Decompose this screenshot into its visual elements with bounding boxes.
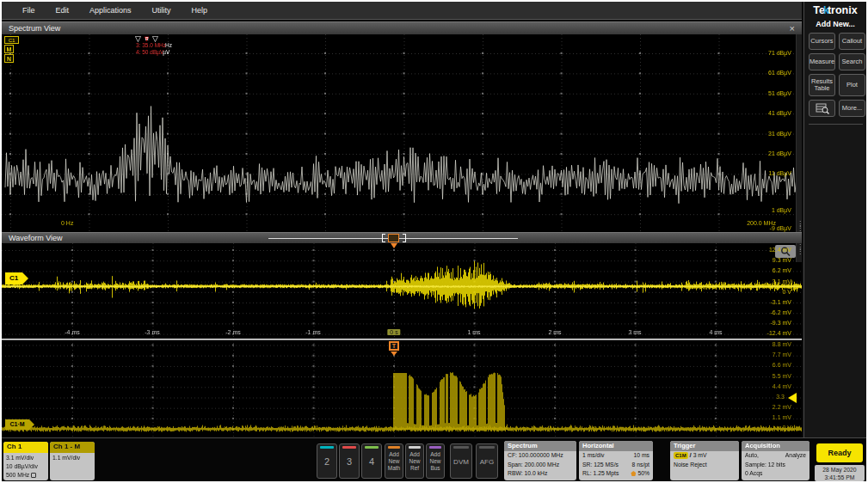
ch1-spectrum-scale: 10 dBµV/div <box>6 462 48 471</box>
ch1-bandwidth: 500 MHz <box>6 471 48 480</box>
trigger-position-marker[interactable]: T <box>389 341 399 351</box>
waveform-canvas[interactable] <box>2 243 802 437</box>
wave-y-label: 3.1 mV <box>773 278 791 284</box>
add-new-math-button[interactable]: Add New Math <box>385 443 403 479</box>
ready-status-badge: Ready <box>816 443 863 462</box>
expansion-point-marker[interactable] <box>388 234 399 242</box>
record-length: RL: 1.25 Mpts <box>582 469 619 479</box>
table-zoom-icon <box>816 103 829 114</box>
spectrum-y-label: 51 dBµV <box>768 90 791 96</box>
c1-channel-badge[interactable]: C1 <box>5 272 22 284</box>
time-label: -4 ms <box>65 329 80 335</box>
trigger-level: 3 mV <box>693 452 707 458</box>
ch1-math-badge[interactable]: Ch 1 - M 1.1 mV/div <box>50 442 95 480</box>
trace-badge-normal[interactable]: N <box>4 54 14 63</box>
waveform-view-title: Waveform View <box>9 234 63 242</box>
zoom-bracket-right[interactable] <box>403 234 406 242</box>
time-label: -3 ms <box>145 329 160 335</box>
trace-badge-max[interactable]: M <box>4 45 14 53</box>
time-label: 2 ms <box>548 329 561 335</box>
afg-button[interactable]: AFG <box>476 443 498 479</box>
ch1-math-badge-title: Ch 1 - M <box>50 442 95 453</box>
c1-math-badge[interactable]: C1·M <box>5 419 29 430</box>
span: Span: 200.000 MHz <box>504 461 576 470</box>
more-button[interactable]: More... <box>839 100 865 117</box>
time-label: -1 ms <box>305 329 321 335</box>
wave-y-label: -9.3 mV <box>770 320 791 326</box>
spectrum-y-label: 61 dBµV <box>768 70 791 76</box>
spectrum-y-label: 1 dBµV <box>772 207 791 213</box>
ref-color-stripe <box>409 446 421 449</box>
bus-color-stripe <box>429 446 441 449</box>
horizontal-settings-badge[interactable]: Horizontal 1 ms/div10 ms SR: 125 MS/s8 n… <box>579 441 653 480</box>
close-icon[interactable]: × <box>790 22 795 34</box>
freq-start-label: 0 Hz <box>61 220 73 226</box>
spectrum-canvas[interactable] <box>2 34 802 232</box>
measure-button[interactable]: Measure <box>809 53 835 70</box>
panel-divider <box>809 124 863 125</box>
scrollbar-handle[interactable]: ⋮⋮ <box>797 245 802 254</box>
math-y-label: 1.1 mV <box>773 414 791 420</box>
time-zero-label[interactable]: 0 s <box>387 329 400 335</box>
right-panel: Tektronix Add New... Cursors Callout Mea… <box>803 2 866 437</box>
zoom-bracket-left[interactable] <box>382 234 385 242</box>
status-bar: Ch 1 3.1 mV/div 10 dBµV/div 500 MHz Ch 1… <box>2 437 866 481</box>
math-y-label: 6.6 mV <box>773 362 791 368</box>
math-y-label: 8.8 mV <box>773 341 791 347</box>
math-y-label: 5.5 mV <box>773 373 791 379</box>
spectrum-y-label: 41 dBµV <box>768 110 791 116</box>
dvm-button[interactable]: DVM <box>450 443 472 479</box>
callout-button[interactable]: Callout <box>839 33 865 50</box>
spectrum-plot-area: C1 M N ▽ ▼R ▽ 3: 35.0 MHzHz 4: 50 dBµVµV… <box>2 34 802 232</box>
ch2-button[interactable]: 2 <box>317 443 337 479</box>
ch4-button[interactable]: 4 <box>361 443 382 479</box>
window: 10 ms <box>633 451 649 461</box>
ch1-badge[interactable]: Ch 1 3.1 mV/div 10 dBµV/div 500 MHz <box>3 442 48 480</box>
spectrum-channel-tab[interactable]: C1 <box>4 36 19 44</box>
menu-item-applications[interactable]: Applications <box>89 6 132 15</box>
spectrum-settings-badge[interactable]: Spectrum CF: 100.000000 MHz Span: 200.00… <box>504 441 576 480</box>
math-color-stripe <box>388 446 400 449</box>
ch1-math-scale: 1.1 mV/div <box>52 454 95 462</box>
datetime-display: 28 May 2020 3:41:55 PM <box>815 465 865 481</box>
plot-button[interactable]: Plot <box>839 74 865 96</box>
trigger-settings-badge[interactable]: Trigger C1M / 3 mV Noise Reject <box>670 441 739 480</box>
freq-end-label: 200.0 MHz <box>747 220 776 226</box>
menu-item-utility[interactable]: Utility <box>152 6 171 15</box>
cursors-button[interactable]: Cursors <box>809 33 835 50</box>
math-y-label: 7.7 mV <box>773 352 791 358</box>
time-label: 3 ms <box>628 329 641 335</box>
ch2-color-stripe <box>320 446 334 449</box>
acquisition-settings-badge[interactable]: Acquisition Auto,Analyze Sample: 12 bits… <box>742 441 810 480</box>
spectrum-y-label: 71 dBµV <box>768 50 791 56</box>
time-label: -2 ms <box>225 329 241 335</box>
oscilloscope-app: File Edit Applications Utility Help Tekt… <box>2 2 866 481</box>
spectrum-y-label: 11 dBµV <box>769 170 791 176</box>
acq-count: 0 Acqs <box>742 469 810 479</box>
ch1-badge-title: Ch 1 <box>3 442 48 453</box>
menu-item-edit[interactable]: Edit <box>56 6 70 15</box>
center-frequency: CF: 100.000000 MHz <box>504 451 576 461</box>
add-new-bus-button[interactable]: Add New Bus <box>426 443 445 479</box>
table-zoom-icon-button[interactable] <box>809 100 835 117</box>
marker-readout: 3: 35.0 MHzHz 4: 50 dBµVµV <box>136 42 172 56</box>
results-table-button[interactable]: Results Table <box>809 74 835 96</box>
wave-y-label: 12.4 mV <box>769 247 791 253</box>
date-label: 28 May 2020 <box>815 466 865 474</box>
search-button[interactable]: Search <box>839 53 865 70</box>
acq-mode: Auto, <box>745 451 759 461</box>
ch3-button[interactable]: 3 <box>339 443 360 479</box>
add-new-label: Add New... <box>804 20 866 28</box>
spectrum-y-label: 31 dBµV <box>768 131 791 137</box>
rbw: RBW: 10.0 kHz <box>504 469 576 479</box>
scrollbar-handle[interactable]: ⋮⋮ <box>797 222 802 230</box>
expansion-point-arrow-icon <box>391 243 397 248</box>
wave-y-label: -12.4 mV <box>767 330 791 336</box>
spectrum-view-title: Spectrum View <box>9 24 60 33</box>
add-new-ref-button[interactable]: Add New Ref <box>405 443 424 479</box>
math-level-arrow-icon[interactable] <box>788 393 797 403</box>
menu-item-file[interactable]: File <box>22 6 35 15</box>
spectrum-scrollbar[interactable]: ⋮⋮ <box>796 34 802 232</box>
waveform-scrollbar[interactable]: ⋮⋮ <box>796 243 802 262</box>
menu-item-help[interactable]: Help <box>192 6 208 15</box>
